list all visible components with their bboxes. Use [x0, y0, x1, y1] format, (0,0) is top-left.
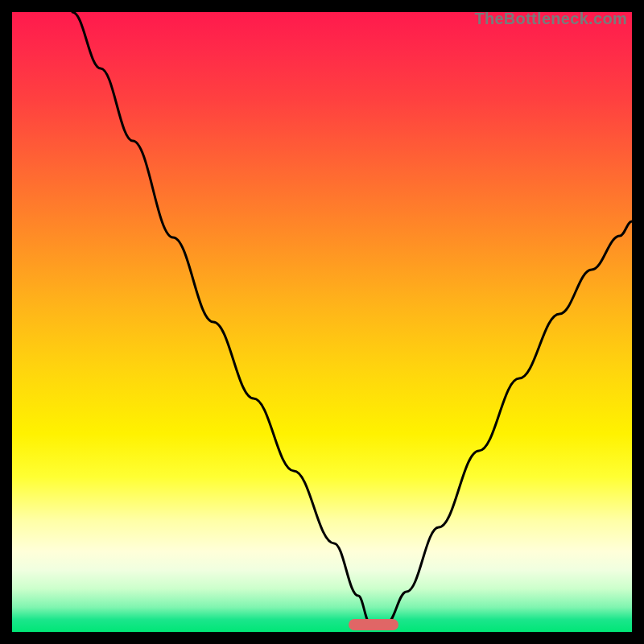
chart-frame: TheBottleneck.com	[12, 12, 632, 632]
watermark-text: TheBottleneck.com	[474, 10, 627, 28]
background-gradient	[12, 12, 632, 632]
optimal-marker	[349, 619, 398, 630]
